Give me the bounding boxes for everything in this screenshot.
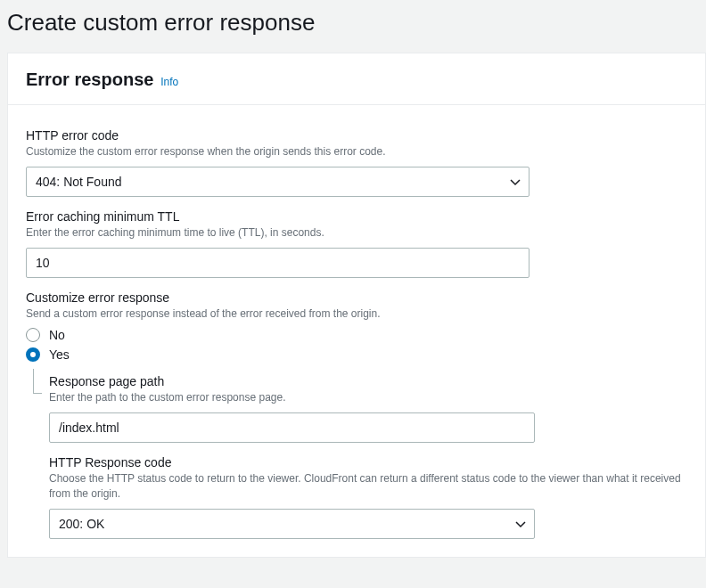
page-title: Create custom error response: [7, 9, 699, 37]
field-customize: Customize error response Send a custom e…: [26, 290, 687, 363]
panel-body: HTTP error code Customize the custom err…: [8, 105, 705, 557]
http-error-code-select[interactable]: 404: Not Found: [26, 167, 530, 197]
connector-line: [33, 369, 42, 394]
http-response-code-label: HTTP Response code: [49, 455, 687, 470]
http-response-code-value: 200: OK: [59, 517, 104, 531]
http-error-code-hint: Customize the custom error response when…: [26, 144, 687, 159]
customize-hint: Send a custom error response instead of …: [26, 306, 687, 322]
info-link[interactable]: Info: [160, 76, 178, 88]
http-error-code-value: 404: Not Found: [36, 175, 122, 189]
field-response-path: Response page path Enter the path to the…: [49, 374, 687, 443]
http-response-code-select[interactable]: 200: OK: [49, 509, 535, 539]
ttl-label: Error caching minimum TTL: [26, 209, 687, 224]
ttl-input[interactable]: [26, 248, 530, 278]
response-path-input[interactable]: [49, 412, 535, 443]
field-ttl: Error caching minimum TTL Enter the erro…: [26, 209, 687, 278]
customize-radio-yes[interactable]: Yes: [26, 347, 687, 362]
panel-title: Error response: [26, 69, 153, 89]
customize-radio-no[interactable]: No: [26, 328, 687, 342]
customize-radio-no-label: No: [49, 328, 65, 342]
customize-radio-yes-label: Yes: [49, 347, 70, 362]
ttl-hint: Enter the error caching minimum time to …: [26, 225, 687, 241]
http-error-code-label: HTTP error code: [26, 128, 687, 143]
response-path-hint: Enter the path to the custom error respo…: [49, 390, 687, 405]
http-response-code-hint: Choose the HTTP status code to return to…: [49, 471, 687, 502]
response-path-label: Response page path: [49, 374, 687, 388]
field-http-error-code: HTTP error code Customize the custom err…: [26, 128, 687, 197]
error-response-panel: Error response Info HTTP error code Cust…: [7, 53, 706, 558]
customize-label: Customize error response: [26, 290, 687, 305]
field-http-response-code: HTTP Response code Choose the HTTP statu…: [49, 455, 687, 539]
page-header: Create custom error response: [0, 0, 706, 53]
customize-nested: Response page path Enter the path to the…: [33, 374, 687, 538]
panel-header: Error response Info: [8, 53, 705, 105]
radio-icon: [26, 328, 40, 342]
radio-icon-checked: [26, 347, 40, 362]
